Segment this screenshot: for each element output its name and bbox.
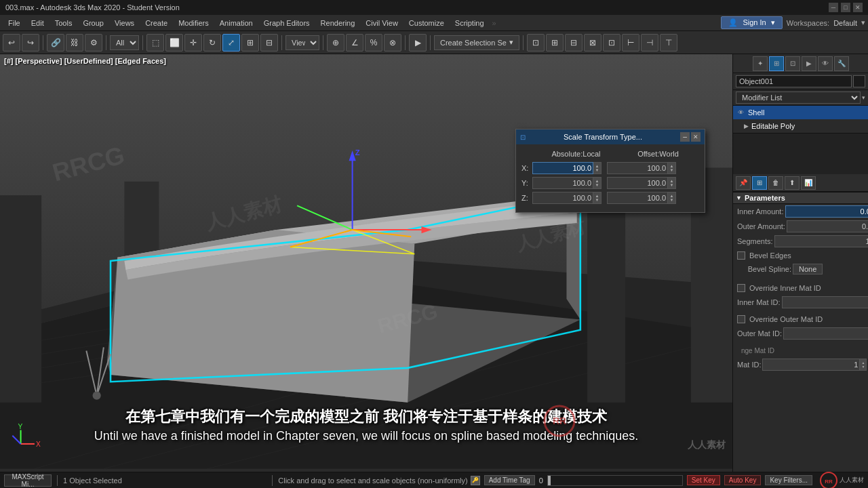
link-button[interactable]: 🔗 xyxy=(47,34,64,52)
maximize-button[interactable]: □ xyxy=(841,3,850,12)
y-abs-spinner[interactable]: ▲▼ xyxy=(593,177,601,189)
override-outer-checkbox[interactable] xyxy=(737,315,745,323)
y-off-input[interactable] xyxy=(607,177,668,189)
percent-snap-button[interactable]: % xyxy=(365,34,382,52)
menu-group[interactable]: Group xyxy=(77,18,109,28)
toolbar-extra-8[interactable]: ⊤ xyxy=(660,34,677,52)
mat-id-input[interactable] xyxy=(762,359,860,371)
rotate-button[interactable]: ↻ xyxy=(203,34,221,52)
menu-tools[interactable]: Tools xyxy=(50,18,78,28)
menu-file[interactable]: File xyxy=(3,18,26,28)
pin-modifier-button[interactable]: 📌 xyxy=(736,176,751,190)
toolbar-extra-2[interactable]: ⊞ xyxy=(546,34,564,52)
snap-toggle-button[interactable]: ⊕ xyxy=(327,34,344,52)
z-off-input[interactable] xyxy=(607,192,668,204)
inner-amount-input[interactable] xyxy=(785,205,869,218)
render-button[interactable]: ▶ xyxy=(409,34,427,52)
x-off-spinner[interactable]: ▲▼ xyxy=(668,162,676,174)
menu-edit[interactable]: Edit xyxy=(26,18,50,28)
x-off-input[interactable] xyxy=(607,162,668,174)
auto-key-button[interactable]: Auto Key xyxy=(724,475,762,485)
rect-select-button[interactable]: ⬜ xyxy=(165,34,183,52)
reference-coord-dropdown[interactable]: View xyxy=(285,35,319,50)
outer-mat-id-input[interactable] xyxy=(783,327,868,340)
create-selection-button[interactable]: Create Selection Se ▾ xyxy=(434,35,519,50)
scale-transform-dialog: ⊡ Scale Transform Type... ─ ✕ Absolute:L… xyxy=(515,129,705,213)
y-off-spinner[interactable]: ▲▼ xyxy=(668,177,676,189)
menu-rendering[interactable]: Rendering xyxy=(315,18,361,28)
selection-filter-dropdown[interactable]: All xyxy=(110,35,139,50)
modifier-shell[interactable]: 👁 Shell xyxy=(733,106,868,119)
segments-input[interactable] xyxy=(774,235,868,247)
motion-panel-icon[interactable]: ▶ xyxy=(802,56,816,71)
x-abs-input[interactable] xyxy=(532,162,593,174)
key-filters-button[interactable]: Key Filters... xyxy=(765,475,812,485)
object-color-swatch[interactable] xyxy=(853,75,865,87)
y-abs-input[interactable] xyxy=(532,177,593,189)
segments-row: Segments: ▲▼ xyxy=(733,234,868,249)
override-inner-checkbox[interactable] xyxy=(737,284,745,292)
minimize-button[interactable]: ─ xyxy=(829,3,838,12)
menu-customize[interactable]: Customize xyxy=(403,18,450,28)
window-controls[interactable]: ─ □ ✕ xyxy=(829,3,863,12)
menu-animation[interactable]: Animation xyxy=(214,18,258,28)
scale-dialog-close[interactable]: ✕ xyxy=(691,132,701,142)
timeline-bar[interactable] xyxy=(547,475,683,486)
bind-button[interactable]: ⚙ xyxy=(85,34,102,52)
mat-id-group: ▲▼ xyxy=(762,359,867,371)
maxscript-button[interactable]: MAXScript Mi... xyxy=(4,474,52,487)
viewport[interactable]: [#] [Perspective] [UserDefined] [Edged F… xyxy=(0,54,732,472)
menu-create[interactable]: Create xyxy=(140,18,173,28)
toolbar-extra-3[interactable]: ⊟ xyxy=(565,34,583,52)
mirror-button[interactable]: ⊟ xyxy=(260,34,278,52)
inner-mat-id-input[interactable] xyxy=(782,296,868,308)
move-up-modifier-button[interactable]: ⬆ xyxy=(785,176,800,190)
undo-button[interactable]: ↩ xyxy=(3,34,20,52)
bevel-spline-none-button[interactable]: None xyxy=(793,264,823,274)
add-time-tag-button[interactable]: Add Time Tag xyxy=(484,475,535,485)
hierarchy-panel-icon[interactable]: ⊡ xyxy=(785,56,800,71)
menu-scripting[interactable]: Scripting xyxy=(450,18,490,28)
modify-button-active[interactable]: ⊞ xyxy=(752,176,767,190)
scale-dialog-minimize[interactable]: ─ xyxy=(680,132,690,142)
spinner-snap-button[interactable]: ⊗ xyxy=(384,34,401,52)
sign-in-button[interactable]: 👤 Sign In ▾ xyxy=(721,16,782,29)
redo-button[interactable]: ↪ xyxy=(22,34,39,52)
z-abs-input[interactable] xyxy=(532,192,593,204)
graph-modifier-button[interactable]: 📊 xyxy=(801,176,816,190)
set-key-button[interactable]: Set Key xyxy=(687,475,720,485)
menu-civil-view[interactable]: Civil View xyxy=(360,18,403,28)
remove-modifier-button[interactable]: 🗑 xyxy=(768,176,783,190)
modifier-editable-poly[interactable]: ▶ Editable Poly xyxy=(733,119,868,133)
menu-graph-editors[interactable]: Graph Editors xyxy=(258,18,315,28)
mat-id-spinner[interactable]: ▲▼ xyxy=(860,359,867,371)
x-abs-spinner[interactable]: ▲▼ xyxy=(593,162,601,174)
modify-panel-icon active[interactable]: ⊞ xyxy=(769,56,784,71)
bevel-edges-checkbox[interactable] xyxy=(737,251,745,260)
shell-visibility-icon[interactable]: 👁 xyxy=(736,108,745,117)
unlink-button[interactable]: ⛓ xyxy=(66,34,83,52)
move-button[interactable]: ✛ xyxy=(184,34,202,52)
create-panel-icon[interactable]: ✦ xyxy=(753,56,768,71)
toolbar-extra-7[interactable]: ⊣ xyxy=(641,34,658,52)
display-panel-icon[interactable]: 👁 xyxy=(818,56,833,71)
modifier-list-dropdown[interactable]: Modifier List xyxy=(736,92,861,104)
scale-button[interactable]: ⤢ xyxy=(222,34,240,52)
menu-views[interactable]: Views xyxy=(109,18,140,28)
placement-button[interactable]: ⊞ xyxy=(241,34,259,52)
angle-snap-button[interactable]: ∠ xyxy=(346,34,363,52)
parameters-section-header[interactable]: ▼ Parameters xyxy=(733,192,868,204)
rrcg-logo-icon: RR xyxy=(542,404,576,438)
toolbar-extra-4[interactable]: ⊠ xyxy=(584,34,601,52)
close-button[interactable]: ✕ xyxy=(853,3,863,12)
utilities-panel-icon[interactable]: 🔧 xyxy=(834,56,849,71)
outer-amount-input[interactable] xyxy=(787,220,868,232)
menu-modifiers[interactable]: Modifiers xyxy=(173,18,214,28)
select-button[interactable]: ⬚ xyxy=(146,34,164,52)
toolbar-extra-5[interactable]: ⊡ xyxy=(603,34,620,52)
toolbar-extra-1[interactable]: ⊡ xyxy=(527,34,545,52)
toolbar-extra-6[interactable]: ⊢ xyxy=(622,34,639,52)
z-abs-spinner[interactable]: ▲▼ xyxy=(593,192,601,204)
z-off-spinner[interactable]: ▲▼ xyxy=(668,192,676,204)
object-name-input[interactable] xyxy=(736,75,852,87)
